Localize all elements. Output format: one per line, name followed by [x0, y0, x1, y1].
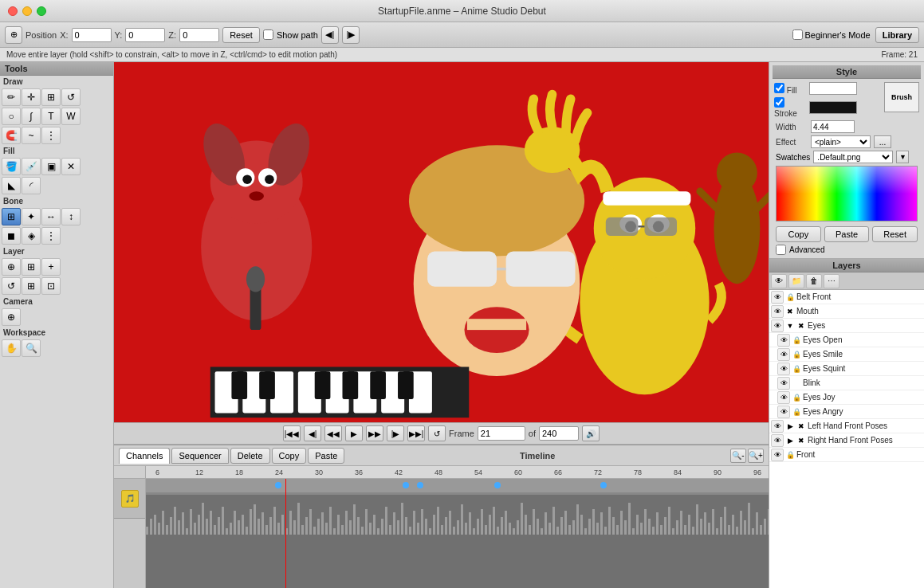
- width-field[interactable]: [811, 120, 855, 133]
- layer-item-eyes[interactable]: 👁 ▼ ✖ Eyes: [769, 319, 924, 333]
- zoom-in-btn[interactable]: 🔍+: [748, 449, 764, 463]
- loop-btn[interactable]: ↺: [428, 425, 446, 441]
- total-frames-input[interactable]: [539, 426, 579, 441]
- stroke-checkbox[interactable]: [774, 97, 784, 108]
- layer-eye-front[interactable]: 👁: [771, 449, 784, 461]
- swatches-arrow-btn[interactable]: ▼: [896, 151, 909, 163]
- bone-display-btn[interactable]: ◈: [22, 227, 41, 245]
- close-button[interactable]: [8, 6, 18, 16]
- prev-keyframe-btn[interactable]: ◀|: [321, 26, 339, 44]
- stroke-color-swatch[interactable]: [809, 101, 857, 114]
- workspace-zoom-btn[interactable]: 🔍: [22, 339, 41, 357]
- tab-sequencer[interactable]: Sequencer: [171, 448, 228, 464]
- layer-item-eyes-joy[interactable]: 👁 🔒 Eyes Joy: [769, 390, 924, 405]
- delete-btn[interactable]: Delete: [230, 448, 270, 464]
- tab-channels[interactable]: Channels: [119, 448, 170, 464]
- next-frame-btn[interactable]: |▶: [387, 425, 404, 441]
- layer-item-left-hand[interactable]: 👁 ▶ ✖ Left Hand Front Poses: [769, 419, 924, 433]
- layer-eye-blink[interactable]: 👁: [777, 377, 790, 390]
- fill-paint-btn[interactable]: 🪣: [2, 158, 21, 175]
- layer-eye-eyes-angry[interactable]: 👁: [777, 406, 790, 418]
- layer-eye-eyes-smile[interactable]: 👁: [777, 348, 790, 361]
- layer-move-btn[interactable]: ⊕: [2, 258, 21, 276]
- volume-btn[interactable]: 🔊: [582, 425, 600, 441]
- layer-eye-eyes-open[interactable]: 👁: [777, 334, 790, 347]
- fill-eyedrop-btn[interactable]: 💉: [22, 158, 41, 175]
- layer-item-eyes-angry[interactable]: 👁 🔒 Eyes Angry: [769, 405, 924, 419]
- camera-track-btn[interactable]: ⊕: [2, 308, 21, 326]
- bone-layer-btn[interactable]: ◼: [2, 227, 21, 245]
- position-icon-btn[interactable]: ⊕: [5, 26, 22, 44]
- layer-visibility-btn[interactable]: 👁: [771, 274, 787, 288]
- layer-group-btn[interactable]: 📁: [788, 274, 804, 288]
- maximize-button[interactable]: [37, 6, 46, 16]
- copy-style-btn[interactable]: Copy: [776, 226, 821, 242]
- paste-btn[interactable]: Paste: [308, 448, 344, 464]
- frame-input[interactable]: [478, 426, 525, 441]
- bone-move-btn[interactable]: ↔: [41, 208, 61, 225]
- layer-item-eyes-squint[interactable]: 👁 🔒 Eyes Squint: [769, 362, 924, 376]
- layer-scale-btn[interactable]: ⊞: [22, 258, 41, 276]
- layer-eye-eyes-joy[interactable]: 👁: [777, 391, 790, 404]
- layer-track-btn[interactable]: ⊞: [22, 277, 41, 295]
- reset-button[interactable]: Reset: [222, 27, 260, 43]
- go-start-btn[interactable]: |◀◀: [283, 425, 301, 441]
- beginners-mode-checkbox[interactable]: [792, 29, 803, 40]
- layer-eye-right-hand[interactable]: 👁: [771, 434, 784, 447]
- layer-item-eyes-open[interactable]: 👁 🔒 Eyes Open: [769, 333, 924, 347]
- next-keyframe-btn[interactable]: |▶: [342, 26, 360, 44]
- layer-eye-eyes[interactable]: 👁: [771, 319, 784, 332]
- bone-select-btn[interactable]: ⊞: [2, 208, 21, 225]
- bone-extra-btn[interactable]: ⋮: [41, 227, 61, 245]
- layer-eye-left-hand[interactable]: 👁: [771, 420, 784, 433]
- layer-eye-eyes-squint[interactable]: 👁: [777, 363, 790, 375]
- draw-text-btn[interactable]: T: [41, 108, 61, 125]
- layer-item-right-hand[interactable]: 👁 ▶ ✖ Right Hand Front Poses: [769, 433, 924, 448]
- z-input[interactable]: [179, 28, 219, 42]
- show-path-checkbox[interactable]: [263, 29, 273, 40]
- layer-eye-belt-front[interactable]: 👁: [771, 291, 784, 304]
- layer-item-front[interactable]: 👁 🔒 Front: [769, 448, 924, 462]
- bone-add-btn[interactable]: ✦: [22, 208, 41, 225]
- play-btn[interactable]: ▶: [345, 425, 363, 441]
- fill-delete-btn[interactable]: ✕: [61, 158, 81, 175]
- playhead[interactable]: [285, 479, 286, 588]
- draw-warp-btn[interactable]: W: [61, 108, 81, 125]
- layer-item-mouth[interactable]: 👁 ✖ Mouth: [769, 304, 924, 319]
- draw-pencil-btn[interactable]: ✏: [2, 88, 21, 106]
- effect-select[interactable]: <plain>: [811, 135, 871, 148]
- layer-options-btn[interactable]: ⋯: [824, 274, 839, 288]
- layer-item-eyes-smile[interactable]: 👁 🔒 Eyes Smile: [769, 347, 924, 362]
- layer-delete-btn[interactable]: 🗑: [806, 274, 822, 288]
- library-button[interactable]: Library: [875, 27, 919, 43]
- layer-rotate-btn[interactable]: ↺: [2, 277, 21, 295]
- draw-transform-btn[interactable]: ⊞: [41, 88, 61, 106]
- effect-more-btn[interactable]: ...: [874, 135, 891, 148]
- draw-lasso-btn[interactable]: ○: [2, 108, 21, 125]
- layer-eye-mouth[interactable]: 👁: [771, 305, 784, 318]
- minimize-button[interactable]: [22, 6, 32, 16]
- timeline-ruler[interactable]: 6 12 18 24 30 36 42 48 54 60 66 72 78 84: [146, 466, 769, 588]
- color-palette[interactable]: [776, 166, 918, 221]
- fill-bezier-btn[interactable]: ◣: [2, 177, 21, 194]
- copy-btn[interactable]: Copy: [272, 448, 307, 464]
- fill-color-swatch[interactable]: [809, 82, 857, 95]
- timeline-tracks[interactable]: [146, 479, 769, 588]
- layer-item-belt-front[interactable]: 👁 🔒 Belt Front: [769, 290, 924, 304]
- y-input[interactable]: [125, 28, 165, 42]
- draw-rotate-btn[interactable]: ↺: [61, 88, 81, 106]
- prev-play-btn[interactable]: ◀◀: [324, 425, 342, 441]
- fill-select-btn[interactable]: ▣: [41, 158, 61, 175]
- fill-checkbox[interactable]: [774, 83, 784, 93]
- fill-arc-btn[interactable]: ◜: [22, 177, 41, 194]
- draw-select-btn[interactable]: ✛: [22, 88, 41, 106]
- canvas[interactable]: [114, 62, 769, 422]
- prev-frame-btn[interactable]: ◀|: [304, 425, 321, 441]
- brush-button[interactable]: Brush: [884, 82, 919, 112]
- bone-reparent-btn[interactable]: ↕: [61, 208, 81, 225]
- workspace-pan-btn[interactable]: ✋: [2, 339, 21, 357]
- layer-shear-btn[interactable]: ⊡: [41, 277, 61, 295]
- swatches-select[interactable]: .Default.png: [813, 151, 893, 163]
- zoom-out-btn[interactable]: 🔍-: [730, 449, 746, 463]
- draw-magnet-btn[interactable]: 🧲: [2, 127, 21, 144]
